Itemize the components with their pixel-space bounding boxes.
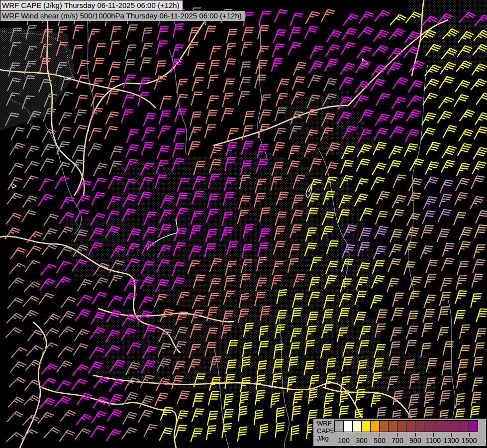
cape-scale-tick: [451, 433, 452, 437]
cape-scale-swatch: [370, 420, 380, 432]
cape-scale-swatch: [343, 420, 353, 432]
cape-scale-swatch: [433, 420, 442, 432]
legend-title-line2: CAPE: [317, 427, 334, 435]
cape-scale-swatch: [334, 420, 344, 432]
cape-scale-tick: [362, 433, 362, 437]
cape-scale-swatch: [424, 420, 433, 432]
cape-scale-swatch: [361, 420, 371, 432]
cape-scale-swatch: [469, 420, 478, 432]
legend-title-line1: WRF: [317, 420, 334, 427]
cape-scale-tick: [397, 433, 398, 437]
cape-scale-tick-label: 1500: [461, 437, 477, 445]
cape-scale-swatch: [388, 420, 397, 432]
cape-scale-tick: [415, 433, 416, 437]
header-panel: WRF CAPE (J/kg) Thursday 06-11-2025 06:0…: [0, 0, 245, 21]
cape-scale-tick-label: 300: [356, 437, 367, 445]
cape-scale-tick: [380, 433, 380, 437]
cape-scale-tick: [469, 433, 470, 437]
forecast-title-cape: WRF CAPE (J/kg) Thursday 06-11-2025 06:0…: [0, 0, 183, 11]
cape-scale-swatch: [406, 420, 415, 432]
cape-scale-swatch: [352, 420, 362, 432]
cape-scale-tick-label: 700: [391, 437, 403, 445]
map-canvas: [0, 0, 487, 448]
cape-scale-tick-label: 900: [409, 437, 421, 445]
cape-scale-swatch: [442, 420, 451, 432]
cape-scale-tick-label: 100: [338, 437, 349, 445]
forecast-title-wind-shear: WRF Wind shear (m/s) 500/1000hPa Thursda…: [0, 10, 245, 21]
cape-scale-tick: [344, 433, 344, 437]
cape-scale-tick: [433, 433, 434, 437]
cape-color-scale: [335, 420, 478, 432]
cape-scale-swatch: [397, 420, 406, 432]
cape-scale-tick-label: 1100: [426, 437, 441, 445]
cape-scale-swatch: [415, 420, 424, 432]
cape-scale-tick-label: 1300: [443, 437, 459, 445]
legend-title: WRF CAPE J/kg: [317, 420, 334, 442]
cape-scale-tick-label: 500: [374, 437, 385, 445]
cape-scale-swatch: [379, 420, 389, 432]
legend-title-line3: J/kg: [317, 435, 334, 442]
cape-scale-swatch: [460, 420, 469, 432]
cape-scale-swatch: [451, 420, 460, 432]
weather-map-stage: WRF CAPE (J/kg) Thursday 06-11-2025 06:0…: [0, 0, 487, 448]
legend-panel: WRF CAPE J/kg 10030050070090011001300150…: [312, 418, 487, 447]
